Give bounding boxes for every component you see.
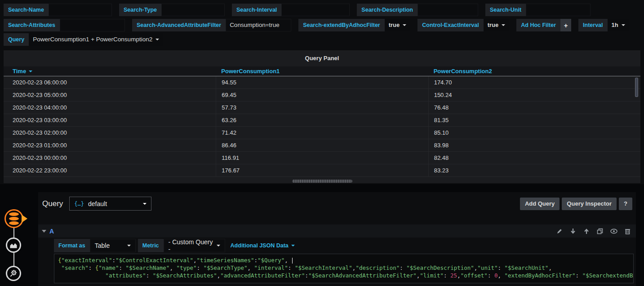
search-type-label: Search-Type	[119, 4, 161, 16]
visualization-tab-icon[interactable]	[6, 238, 21, 253]
query-variable-label: Query	[4, 33, 29, 46]
code-line: {"exactInterval":"$ControlExactInterval"…	[58, 256, 630, 264]
panel-title[interactable]: Query Panel	[4, 50, 640, 66]
area-chart-icon	[9, 241, 18, 250]
column-header-powerconsumption2[interactable]: PowerConsumption2	[428, 66, 640, 76]
table-cell: 174.70	[428, 76, 640, 88]
table-cell: 2020-02-23 00:00:00	[4, 152, 216, 164]
edit-pencil-icon[interactable]	[556, 228, 563, 234]
table-body: 2020-02-23 06:00:0094.55174.702020-02-23…	[4, 76, 640, 177]
search-interval-input[interactable]	[281, 4, 350, 16]
table-cell: 63.26	[216, 114, 428, 126]
table-header: Time PowerConsumption1 PowerConsumption2	[4, 66, 640, 76]
search-name-input[interactable]	[49, 4, 112, 16]
table-cell: 2020-02-23 05:00:00	[4, 89, 216, 101]
panel-editor-section: Query {…} default Add Query Query Inspec…	[0, 184, 644, 286]
query-options-row: Format as Table Metric - Custom Query - …	[54, 239, 634, 252]
table-cell: 2020-02-23 04:00:00	[4, 101, 216, 114]
table-row: 2020-02-22 23:00:00176.6783.23	[4, 164, 640, 177]
extend-by-adhoc-value: true	[389, 19, 400, 31]
extend-by-adhoc-select[interactable]: true	[385, 19, 411, 31]
editor-tab-rail	[0, 184, 38, 286]
search-unit-input[interactable]	[526, 4, 591, 16]
search-attributes-input[interactable]	[60, 19, 125, 31]
table-row: 2020-02-23 04:00:0057.7376.48	[4, 101, 640, 114]
query-editor-area: Query {…} default Add Query Query Inspec…	[38, 192, 636, 286]
move-down-icon[interactable]	[570, 228, 576, 234]
query-panel: Query Panel Time PowerConsumption1 Power…	[4, 50, 640, 183]
database-icon	[9, 212, 19, 225]
toggle-visibility-eye-icon[interactable]	[610, 229, 617, 234]
table-cell: 76.48	[428, 101, 640, 114]
move-up-icon[interactable]	[583, 228, 590, 234]
additional-json-data-toggle[interactable]: Additional JSON Data	[228, 239, 298, 252]
filter-interval: Interval 1h	[578, 19, 629, 31]
query-variable-select[interactable]: PowerConsumption1 + PowerConsumption2	[29, 33, 163, 46]
query-ref-id[interactable]: A	[49, 228, 54, 235]
table-row: 2020-02-23 01:00:0086.4683.98	[4, 139, 640, 152]
chevron-down-icon	[622, 24, 625, 26]
format-as-select[interactable]: Table	[90, 239, 136, 252]
search-description-label: Search-Description	[357, 4, 417, 16]
advanced-attribute-input[interactable]: Consumption=true	[226, 19, 291, 31]
vertical-scrollbar[interactable]	[635, 78, 638, 97]
editor-title: Query	[42, 199, 63, 208]
add-query-button[interactable]: Add Query	[520, 198, 560, 210]
table-cell: 71.42	[216, 127, 428, 139]
code-line: "search": {"name": "$SearchName", "type"…	[58, 264, 630, 272]
metric-select[interactable]: - Custom Query -	[164, 239, 225, 252]
filter-search-attributes: Search-Attributes	[4, 19, 125, 31]
add-ad-hoc-filter-button[interactable]: +	[560, 19, 571, 31]
query-inspector-button[interactable]: Query Inspector	[562, 198, 617, 210]
filter-ad-hoc: Ad Hoc Filter +	[516, 19, 571, 31]
table-row: 2020-02-23 00:00:00116.9182.48	[4, 152, 640, 164]
json-query-code-editor[interactable]: {"exactInterval":"$ControlExactInterval"…	[54, 254, 634, 283]
table-cell: 116.91	[216, 152, 428, 164]
queries-tab-icon[interactable]	[4, 209, 23, 228]
general-settings-tab-icon[interactable]	[6, 266, 21, 281]
interval-label: Interval	[578, 19, 607, 31]
table-cell: 83.98	[428, 139, 640, 151]
code-line: "attributes": "$SearchAttributes","advan…	[58, 272, 630, 279]
table-cell: 82.48	[428, 152, 640, 164]
table-cell: 2020-02-23 02:00:00	[4, 127, 216, 139]
query-row-header[interactable]: A	[38, 224, 636, 238]
advanced-attribute-label: Search-AdvancedAttributeFilter	[132, 19, 226, 31]
table-cell: 150.24	[428, 89, 640, 101]
chevron-down-icon	[143, 203, 147, 205]
filter-row-2: Search-Attributes Search-AdvancedAttribu…	[4, 19, 629, 31]
chevron-down-icon	[403, 24, 406, 26]
control-exact-interval-select[interactable]: true	[484, 19, 510, 31]
metric-value: - Custom Query -	[169, 238, 213, 253]
text-cursor	[292, 258, 293, 264]
filter-row-3: Query PowerConsumption1 + PowerConsumpti…	[4, 33, 163, 46]
table-cell: 176.67	[216, 164, 428, 176]
query-row-body: Format as Table Metric - Custom Query - …	[38, 238, 636, 283]
column-header-powerconsumption1[interactable]: PowerConsumption1	[216, 66, 428, 76]
chevron-down-icon	[127, 245, 131, 246]
table-cell: 83.23	[428, 164, 640, 176]
delete-trash-icon[interactable]	[625, 228, 631, 234]
table-row: 2020-02-23 05:00:0069.45150.24	[4, 89, 640, 101]
filter-search-interval: Search-Interval	[232, 4, 350, 16]
filter-search-name: Search-Name	[4, 4, 112, 16]
interval-select[interactable]: 1h	[608, 19, 629, 31]
datasource-picker[interactable]: {…} default	[69, 197, 151, 211]
column-header-time[interactable]: Time	[4, 66, 216, 76]
filter-row-1: Search-Name Search-Type Search-Interval …	[4, 4, 591, 16]
collapse-icon[interactable]	[42, 230, 46, 233]
chevron-down-icon	[217, 245, 220, 246]
search-type-input[interactable]	[161, 4, 225, 16]
format-as-value: Table	[95, 242, 110, 249]
filter-advanced-attribute: Search-AdvancedAttributeFilter Consumpti…	[132, 19, 291, 31]
ad-hoc-filter-label: Ad Hoc Filter	[516, 19, 560, 31]
search-description-input[interactable]	[417, 4, 478, 16]
horizontal-scrollbar[interactable]	[292, 180, 352, 183]
filter-query-variable: Query PowerConsumption1 + PowerConsumpti…	[4, 33, 163, 46]
json-datasource-icon: {…}	[74, 201, 84, 207]
extend-by-adhoc-label: Search-extendByAdhocFilter	[298, 19, 385, 31]
duplicate-icon[interactable]	[597, 228, 603, 234]
help-button[interactable]: ?	[619, 198, 632, 210]
table-cell: 85.10	[428, 127, 640, 139]
format-as-label: Format as	[54, 239, 90, 252]
